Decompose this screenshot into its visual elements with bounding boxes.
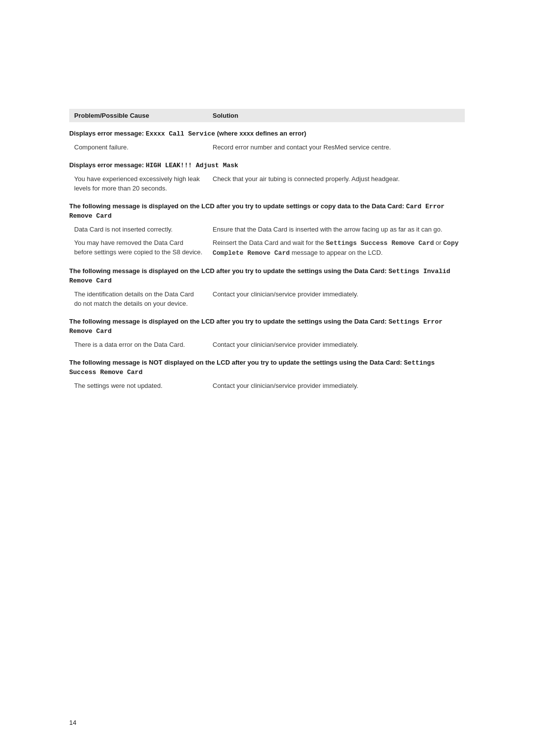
page-number: 14 bbox=[69, 719, 76, 726]
solution-cell: Ensure that the Data Card is inserted wi… bbox=[213, 225, 460, 235]
section-heading-high-leak: Displays error message: HIGH LEAK!!! Adj… bbox=[69, 161, 465, 170]
section-heading-mono-2: HIGH LEAK!!! Adjust Mask bbox=[146, 162, 238, 169]
problem-cell: The settings were not updated. bbox=[74, 381, 213, 391]
section-heading-text-1: Displays error message: bbox=[69, 130, 146, 137]
table-row: Component failure. Record error number a… bbox=[69, 142, 465, 154]
section-heading-text-3: The following message is displayed on th… bbox=[69, 202, 406, 210]
problem-cell: The identification details on the Data C… bbox=[74, 290, 213, 309]
solution-cell: Contact your clinician/service provider … bbox=[213, 340, 460, 350]
section-heading-text-5: The following message is displayed on th… bbox=[69, 318, 389, 325]
section-heading-settings-invalid: The following message is displayed on th… bbox=[69, 267, 465, 285]
col-header-problem: Problem/Possible Cause bbox=[74, 112, 213, 119]
section-heading-card-error: The following message is displayed on th… bbox=[69, 202, 465, 221]
col-header-solution: Solution bbox=[213, 112, 460, 119]
table-header-row: Problem/Possible Cause Solution bbox=[69, 109, 465, 122]
table-row: You have experienced excessively high le… bbox=[69, 173, 465, 195]
solution-cell: Record error number and contact your Res… bbox=[213, 143, 460, 152]
problem-cell: You may have removed the Data Card befor… bbox=[74, 238, 213, 257]
mono-text: Settings Success Remove Card bbox=[326, 239, 434, 247]
table-row: The identification details on the Data C… bbox=[69, 288, 465, 310]
section-heading-text-6: The following message is NOT displayed o… bbox=[69, 359, 404, 366]
section-heading-text-2: Displays error message: bbox=[69, 161, 146, 169]
section-heading-settings-error: The following message is displayed on th… bbox=[69, 317, 465, 336]
section-heading-text-4: The following message is displayed on th… bbox=[69, 267, 389, 275]
problem-cell: You have experienced excessively high le… bbox=[74, 175, 213, 193]
problem-cell: Component failure. bbox=[74, 143, 213, 152]
table-row: The settings were not updated. Contact y… bbox=[69, 380, 465, 392]
solution-cell: Contact your clinician/service provider … bbox=[213, 381, 460, 391]
section-heading-suffix-1: (where xxxx defines an error) bbox=[215, 130, 306, 137]
content-area: Problem/Possible Cause Solution Displays… bbox=[0, 0, 534, 433]
problem-cell: Data Card is not inserted correctly. bbox=[74, 225, 213, 235]
solution-cell: Contact your clinician/service provider … bbox=[213, 290, 460, 299]
table-row: There is a data error on the Data Card. … bbox=[69, 339, 465, 351]
page-container: Problem/Possible Cause Solution Displays… bbox=[0, 0, 534, 756]
troubleshooting-table: Problem/Possible Cause Solution Displays… bbox=[69, 109, 465, 392]
table-row: You may have removed the Data Card befor… bbox=[69, 237, 465, 260]
problem-cell: There is a data error on the Data Card. bbox=[74, 340, 213, 350]
table-row: Data Card is not inserted correctly. Ens… bbox=[69, 224, 465, 236]
section-heading-mono-1: Exxxx Call Service bbox=[146, 130, 215, 138]
section-heading-exxxx: Displays error message: Exxxx Call Servi… bbox=[69, 129, 465, 139]
solution-cell: Check that your air tubing is connected … bbox=[213, 175, 460, 184]
section-heading-settings-success: The following message is NOT displayed o… bbox=[69, 358, 465, 377]
solution-cell: Reinsert the Data Card and wait for the … bbox=[213, 238, 460, 258]
